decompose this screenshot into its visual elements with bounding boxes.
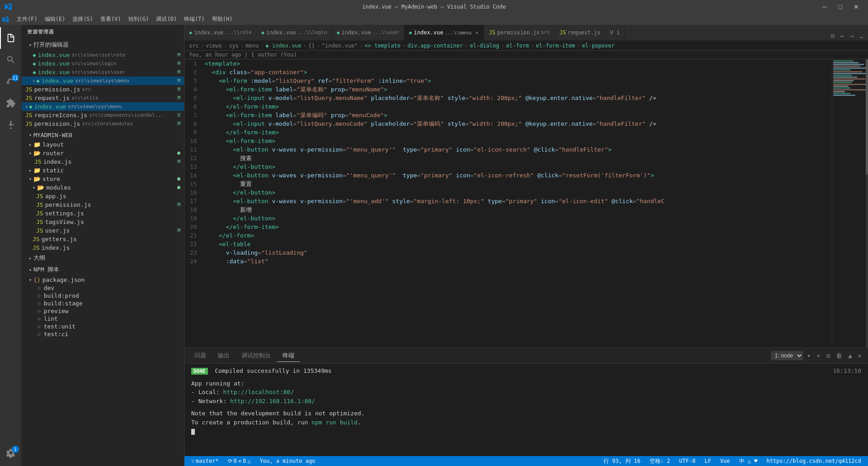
menu-help[interactable]: 帮助(H) <box>208 14 236 24</box>
feedback-status[interactable]: 中 △ ♥ <box>737 457 760 465</box>
open-editor-menu[interactable]: ✕ ◆ index.vue src\views\sys\menu M <box>22 76 184 85</box>
menu-debug[interactable]: 调试(D) <box>152 14 180 24</box>
sidebar-gettersjs[interactable]: JS getters.js <box>22 235 184 243</box>
sidebar-store[interactable]: 📂 store <box>22 175 184 183</box>
sidebar-permission-js[interactable]: JS permission.js src M <box>22 85 184 94</box>
tab-user[interactable]: ◆ index.vue ...\\user <box>332 25 404 40</box>
debug-activity-icon[interactable] <box>0 114 22 136</box>
close-button[interactable]: ✕ <box>849 2 863 11</box>
bc-braces[interactable]: {} <box>308 43 315 49</box>
bc-src[interactable]: src <box>189 43 199 49</box>
tab-special[interactable]: V i <box>605 25 625 40</box>
maximize-panel-icon[interactable]: ▲ <box>846 351 854 360</box>
local-link[interactable]: http://localhost:80/ <box>223 389 294 395</box>
sidebar-appjs[interactable]: JS app.js <box>22 192 184 200</box>
sidebar-tagsviewjs[interactable]: JS tagsView.js <box>22 218 184 226</box>
language-status[interactable]: Vue <box>718 458 732 464</box>
npm-dev[interactable]: ▷ dev <box>22 284 184 292</box>
bc-indexvue[interactable]: ◆ index.vue <box>265 43 301 49</box>
menu-file[interactable]: 文件(F) <box>13 14 41 24</box>
csdn-link-status[interactable]: https://blog.csdn.net/q4112cd <box>764 458 863 464</box>
open-editors-section[interactable]: 打开的编辑器 <box>22 39 184 51</box>
npm-build-prod[interactable]: ▷ build:prod <box>22 292 184 300</box>
menu-select[interactable]: 选择(S) <box>69 14 97 24</box>
extensions-activity-icon[interactable] <box>0 92 22 114</box>
tab-terminal[interactable]: 终端 <box>277 350 300 362</box>
split-terminal-icon[interactable]: ⊡ <box>825 351 832 360</box>
close-panel-icon[interactable]: ✕ <box>856 351 863 360</box>
npm-testci[interactable]: ▷ test:ci <box>22 330 184 338</box>
sidebar-modules[interactable]: 📂 modules <box>22 183 184 192</box>
close-icon[interactable]: ✕ <box>33 78 35 83</box>
add-terminal-icon[interactable]: + <box>815 351 822 360</box>
tab-login[interactable]: ◆ index.vue ...\\login <box>257 25 332 40</box>
bc-dialog[interactable]: el-dialog <box>470 43 499 49</box>
npm-lint[interactable]: ▷ lint <box>22 315 184 323</box>
menu-terminal[interactable]: 终端(T) <box>180 14 208 24</box>
terminal-chevron-icon[interactable]: ▾ <box>805 351 812 360</box>
search-activity-icon[interactable] <box>0 49 22 71</box>
sidebar-permissionjs[interactable]: JS permission.js M <box>22 200 184 209</box>
code-editor[interactable]: <template> <div class="app-container"> <… <box>203 59 832 347</box>
explorer-activity-icon[interactable] <box>0 27 22 49</box>
npm-scripts-section[interactable]: NPM 脚本 <box>22 264 184 276</box>
settings-activity-icon[interactable]: 1 <box>0 442 22 464</box>
bc-formitem[interactable]: el-form-item <box>536 43 575 49</box>
myadmin-web-section[interactable]: MYADMIN-WEB <box>22 130 184 140</box>
delete-terminal-icon[interactable]: 🗑 <box>834 351 844 360</box>
nav-forward-icon[interactable]: → <box>848 31 856 40</box>
sidebar-index-vue-menu[interactable]: ✕ ◆ index.vue src\views\sys\menu <box>22 102 184 111</box>
npm-preview[interactable]: ▷ preview <box>22 307 184 315</box>
tab-role[interactable]: ◆ index.vue ...\\role <box>184 25 257 40</box>
sidebar-request-js[interactable]: JS request.js src\utils M <box>22 94 184 102</box>
cursor-position-status[interactable]: 行 93, 列 16 <box>601 457 643 465</box>
git-branch-status[interactable]: ⑂ master* <box>189 458 221 464</box>
sidebar-layout[interactable]: 📁 layout <box>22 140 184 149</box>
sidebar-requireicons-js[interactable]: JS requireIcons.js src\components\iconSe… <box>22 111 184 119</box>
terminal-select[interactable]: 1: node <box>771 351 803 360</box>
close-x-icon[interactable]: ✕ <box>25 104 28 109</box>
bc-form[interactable]: el-form <box>506 43 529 49</box>
sidebar-router-indexjs[interactable]: JS index.js M <box>22 157 184 166</box>
sidebar-settingsjs[interactable]: JS settings.js <box>22 209 184 218</box>
menu-view[interactable]: 查看(V) <box>97 14 125 24</box>
more-actions-icon[interactable]: … <box>858 31 866 40</box>
split-editor-icon[interactable]: ⊡ <box>828 31 836 40</box>
npm-run-build-link[interactable]: npm run build <box>311 419 358 426</box>
tab-permission[interactable]: JS permission.js src <box>484 25 555 40</box>
git-author-status[interactable]: You, a minute ago <box>258 458 318 464</box>
tab-request[interactable]: JS request.js <box>555 25 606 40</box>
line-ending-status[interactable]: LF <box>702 458 713 464</box>
bc-indexvue-str[interactable]: "index.vue" <box>322 43 358 49</box>
sidebar-static[interactable]: 📁 static <box>22 166 184 175</box>
minimize-button[interactable]: ─ <box>818 2 832 11</box>
outline-section[interactable]: 大纲 <box>22 252 184 264</box>
open-editor-login[interactable]: ◆ index.vue src\views\login M <box>22 59 184 68</box>
source-control-activity-icon[interactable]: 11 <box>0 71 22 92</box>
tab-menu[interactable]: ◆ index.vue ...\\menu ✕ <box>404 25 484 40</box>
sidebar-router[interactable]: 📂 router <box>22 149 184 157</box>
network-link[interactable]: http://192.168.116.1:80/ <box>230 398 315 404</box>
open-editor-role[interactable]: ◆ index.vue src\views\sys\role M <box>22 51 184 59</box>
sidebar-permission-modules[interactable]: JS permission.js src\store\modules M <box>22 119 184 128</box>
sidebar-store-indexjs[interactable]: JS index.js <box>22 243 184 252</box>
terminal-content[interactable]: DONE Compiled successfully in 135349ms 1… <box>184 364 868 456</box>
npm-build-stage[interactable]: ▷ build:stage <box>22 300 184 307</box>
bc-menu[interactable]: menu <box>245 43 259 49</box>
bc-div[interactable]: div.app-container <box>407 43 463 49</box>
bc-popover[interactable]: el-popover <box>582 43 614 49</box>
tab-output[interactable]: 输出 <box>212 350 235 361</box>
tab-debug-console[interactable]: 调试控制台 <box>236 350 276 361</box>
sync-status[interactable]: ⟳ 0 ✕ 0 △ <box>226 458 253 464</box>
tab-problems[interactable]: 问题 <box>189 350 212 361</box>
bc-template[interactable]: <> template <box>364 43 400 49</box>
npm-packagejson[interactable]: {} package.json <box>22 276 184 284</box>
bc-views[interactable]: views <box>206 43 222 49</box>
menu-goto[interactable]: 转到(G) <box>125 14 153 24</box>
nav-back-icon[interactable]: ← <box>838 31 846 40</box>
bc-sys[interactable]: sys <box>229 43 239 49</box>
encoding-status[interactable]: UTF-8 <box>677 458 698 464</box>
menu-edit[interactable]: 编辑(E) <box>41 14 69 24</box>
npm-testunit[interactable]: ▷ test:unit <box>22 323 184 330</box>
sidebar-userjs[interactable]: JS user.js M <box>22 226 184 235</box>
